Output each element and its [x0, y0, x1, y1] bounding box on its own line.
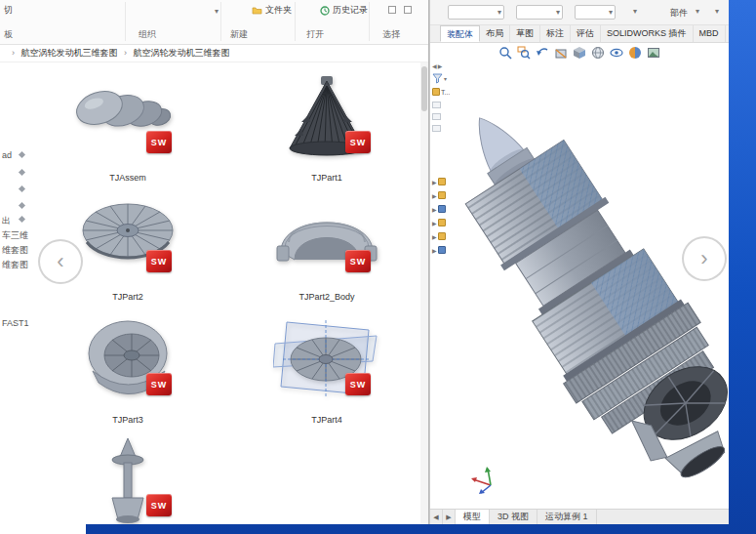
previous-view-icon[interactable]	[536, 46, 550, 60]
breadcrumb: › 航空涡轮发动机三维套图 › 航空涡轮发动机三维套图	[0, 45, 428, 62]
solidworks-file-icon: SW	[146, 494, 172, 516]
zoom-area-icon[interactable]	[517, 46, 532, 60]
engine-3d-model[interactable]	[450, 70, 728, 509]
pane-scroll-arrows[interactable]: ◀ ▶	[432, 62, 442, 69]
file-tjpart4[interactable]: SW TJPart4	[234, 314, 419, 431]
component-icon	[438, 178, 446, 185]
toolbar-dropdown[interactable]: ▾	[448, 5, 504, 20]
tree-component[interactable]: ▶	[432, 191, 446, 199]
pin-icon	[19, 151, 25, 158]
toolbar-caret-icon[interactable]: ▾	[633, 7, 637, 16]
scroll-left-icon[interactable]: ◀	[432, 62, 437, 69]
tab-layout[interactable]: 布局	[480, 25, 510, 42]
file-tjpart2-body[interactable]: SW TJPart2_Body	[234, 191, 419, 308]
tree-component[interactable]: ▶	[432, 178, 446, 185]
pin-icon	[19, 185, 25, 192]
toolbar-caret-icon[interactable]: ▾	[696, 7, 699, 16]
scrollbar-thumb[interactable]	[421, 66, 427, 111]
file-item-partial[interactable]: SW	[35, 435, 220, 524]
edit-appearance-icon[interactable]	[628, 46, 643, 60]
tree-item[interactable]	[432, 113, 441, 120]
graphics-viewport[interactable]: ›	[450, 62, 728, 509]
tab-3d-views[interactable]: 3D 视图	[490, 510, 537, 524]
tree-item[interactable]	[432, 125, 441, 132]
chevron-right-icon: ›	[124, 48, 127, 58]
tree-filter[interactable]: ▾	[432, 73, 447, 84]
tab-scroll-left-icon[interactable]: ◀	[430, 510, 443, 524]
view-orientation-icon[interactable]	[573, 46, 587, 60]
hide-show-items-icon[interactable]	[610, 46, 624, 60]
tree-component[interactable]: ▶	[432, 246, 446, 254]
components-label[interactable]: 部件	[670, 7, 688, 20]
view-settings-icon[interactable]	[647, 46, 661, 60]
tree-item[interactable]	[432, 102, 441, 108]
new-folder-label: 文件夹	[265, 4, 292, 17]
display-style-icon[interactable]	[591, 46, 606, 60]
file-tjpart1[interactable]: SW TJPart1	[234, 72, 419, 189]
sidebar-item[interactable]: 车三维	[2, 229, 28, 242]
zoom-fit-icon[interactable]	[498, 46, 513, 60]
solidworks-toolbar: ▾ ▾ ▾ ▾ 部件 ▾ ▾	[430, 0, 729, 25]
breadcrumb-item[interactable]: 航空涡轮发动机三维套图	[134, 48, 230, 58]
cut-label: 切	[4, 4, 13, 17]
tab-evaluate[interactable]: 评估	[571, 25, 601, 42]
tab-markup[interactable]: 标注	[540, 25, 571, 42]
chevron-right-icon: ›	[700, 246, 707, 270]
featuremanager-tree: ◀ ▶ ▾ T... ▶ ▶ ▶ ▶ ▶ ▶	[431, 62, 451, 507]
cut-button[interactable]: 切	[4, 4, 13, 17]
tab-motion-study-1[interactable]: 运动算例 1	[537, 510, 597, 524]
component-icon	[438, 191, 446, 199]
file-tjassem[interactable]: SW TJAssem	[35, 72, 220, 189]
sidebar-item[interactable]: 出	[2, 215, 11, 227]
group-open: 打开	[306, 28, 324, 41]
bottom-tab-bar: ◀ ▶ 模型 3D 视图 运动算例 1	[430, 509, 729, 524]
ribbon-separator	[220, 2, 221, 41]
carousel-next-button[interactable]: ›	[682, 236, 727, 281]
history-label: 历史记录	[333, 4, 368, 17]
toolbar-caret-icon[interactable]: ▾	[715, 7, 719, 16]
ribbon-separator	[369, 2, 370, 41]
sidebar-item[interactable]: 维套图	[2, 259, 28, 271]
file-name: TJPart3	[35, 415, 220, 425]
sidebar-item[interactable]: FAST1	[2, 318, 29, 328]
tab-assembly[interactable]: 装配体	[440, 25, 480, 42]
group-clipboard: 板	[4, 28, 13, 41]
invert-selection-icon[interactable]	[404, 6, 412, 14]
file-name: TJPart4	[234, 415, 419, 425]
component-icon	[438, 232, 446, 240]
explorer-scrollbar[interactable]	[420, 62, 428, 524]
tree-root-label: T...	[441, 89, 450, 96]
explorer-ribbon: 切 ▾ 文件夹 历史记录 板 组织 新建 打开 选择	[0, 0, 428, 45]
solidworks-window: ▾ ▾ ▾ ▾ 部件 ▾ ▾ 装配体 布局 草图 标注 评估 SOLIDWORK…	[429, 0, 729, 524]
file-name: TJPart2	[35, 292, 220, 302]
tab-sketch[interactable]: 草图	[510, 25, 540, 42]
breadcrumb-item[interactable]: 航空涡轮发动机三维套图	[21, 48, 118, 58]
tab-mbd[interactable]: MBD	[694, 25, 726, 42]
tab-scroll-right-icon[interactable]: ▶	[443, 510, 456, 524]
solidworks-file-icon: SW	[345, 250, 371, 272]
carousel-prev-button[interactable]: ‹	[38, 239, 83, 284]
file-tjpart3[interactable]: SW TJPart3	[35, 314, 220, 431]
tree-component[interactable]: ▶	[432, 205, 446, 213]
toolbar-dropdown[interactable]: ▾	[516, 5, 563, 20]
section-view-icon[interactable]	[554, 46, 569, 60]
tree-component[interactable]: ▶	[432, 219, 446, 226]
scroll-right-icon[interactable]: ▶	[438, 62, 443, 69]
tab-model[interactable]: 模型	[456, 510, 490, 524]
clipboard-caret-icon[interactable]: ▾	[215, 7, 219, 16]
tree-root-item[interactable]: T...	[432, 88, 450, 96]
tree-component[interactable]: ▶	[432, 232, 446, 240]
file-name: TJPart1	[234, 173, 419, 183]
new-folder-button[interactable]: 文件夹	[252, 4, 292, 17]
toolbar-dropdown[interactable]: ▾	[575, 5, 616, 20]
filter-funnel-icon	[432, 73, 443, 84]
tab-addins[interactable]: SOLIDWORKS 插件	[601, 25, 694, 42]
orientation-triad	[469, 466, 498, 495]
history-button[interactable]: 历史记录	[320, 4, 368, 17]
solidworks-file-icon: SW	[146, 250, 172, 272]
sidebar-item[interactable]: 维套图	[2, 244, 28, 257]
select-all-icon[interactable]	[388, 6, 396, 14]
sidebar-item[interactable]: ad	[2, 150, 12, 160]
explorer-sidebar: ad 出 车三维 维套图 维套图 FAST1	[0, 62, 29, 524]
group-organize: 组织	[139, 28, 156, 41]
